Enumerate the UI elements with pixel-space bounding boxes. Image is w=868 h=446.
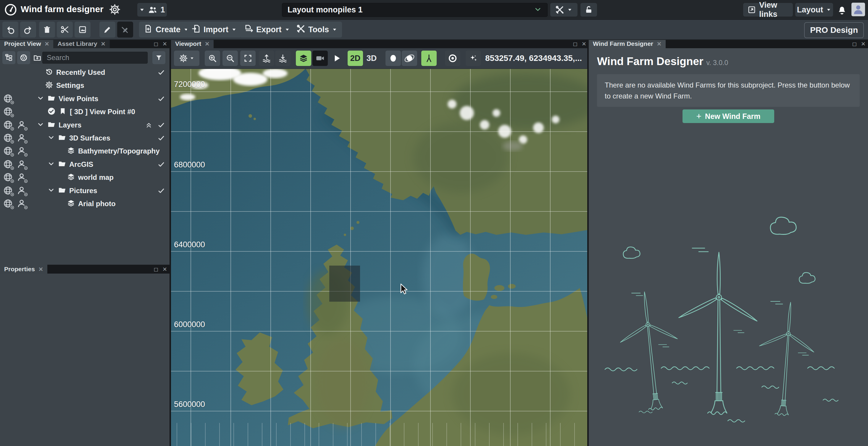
panel-divider[interactable] xyxy=(587,39,589,446)
record-button[interactable] xyxy=(445,51,460,66)
tree-item-settings[interactable]: Settings xyxy=(0,79,169,92)
tree-item-view-points[interactable]: View Points xyxy=(0,92,169,105)
collapse-all-icon[interactable] xyxy=(145,122,152,130)
chevron-down-icon[interactable] xyxy=(47,186,55,195)
globe-visibility-icon[interactable] xyxy=(3,146,13,156)
person-visibility-icon[interactable] xyxy=(17,198,27,209)
orbit-mode-button[interactable] xyxy=(402,51,417,66)
globe-visibility-icon[interactable] xyxy=(3,120,13,130)
play-button[interactable] xyxy=(329,51,344,66)
fit-view-button[interactable] xyxy=(240,51,256,66)
tree-item-world-map[interactable]: world map xyxy=(0,171,169,184)
new-wind-farm-button[interactable]: + New Wind Farm xyxy=(683,109,774,123)
chevron-down-icon[interactable] xyxy=(37,94,44,103)
zoom-out-button[interactable] xyxy=(222,51,238,66)
close-icon[interactable]: ✕ xyxy=(101,40,105,47)
globe-visibility-icon[interactable] xyxy=(3,93,13,104)
person-visibility-icon[interactable] xyxy=(17,172,27,183)
tree-item-3d-surfaces[interactable]: 3D Surfaces xyxy=(0,132,169,145)
screenshot-button[interactable] xyxy=(74,22,91,38)
layer-checked-icon[interactable] xyxy=(158,95,165,103)
tab-wind-farm-designer[interactable]: Wind Farm Designer ✕ xyxy=(589,39,665,48)
draw-tool-button-active[interactable] xyxy=(117,22,133,38)
close-icon[interactable]: ✕ xyxy=(657,40,661,47)
export-menu-button[interactable]: Export xyxy=(240,22,294,38)
person-visibility-icon[interactable] xyxy=(17,159,27,170)
globe-visibility-icon[interactable] xyxy=(3,106,13,117)
panel-divider[interactable] xyxy=(169,39,171,446)
person-visibility-icon[interactable] xyxy=(17,146,27,156)
zoom-in-button[interactable] xyxy=(205,51,220,66)
search-input[interactable] xyxy=(42,52,148,64)
redo-button[interactable] xyxy=(20,22,36,38)
tree-item-pictures[interactable]: Pictures xyxy=(0,184,169,197)
globe-visibility-icon[interactable] xyxy=(3,185,13,196)
tab-properties[interactable]: Properties ✕ xyxy=(0,265,47,274)
person-visibility-icon[interactable] xyxy=(17,133,27,144)
viewport-settings-button[interactable] xyxy=(174,51,199,66)
close-icon[interactable]: ✕ xyxy=(162,266,167,273)
sun-light-button[interactable] xyxy=(385,51,401,66)
globe-visibility-icon[interactable] xyxy=(3,172,13,183)
layer-checked-icon[interactable] xyxy=(158,161,165,169)
session-users-button[interactable]: 1 xyxy=(137,3,167,17)
close-icon[interactable]: ✕ xyxy=(861,40,866,47)
maximize-icon[interactable]: ◻ xyxy=(852,40,857,47)
tree-item-arial-photo[interactable]: Arial photo xyxy=(0,197,169,210)
north-arrow-button[interactable] xyxy=(421,51,437,66)
import-menu-button[interactable]: Import xyxy=(187,22,241,38)
layer-checked-icon[interactable] xyxy=(158,134,165,143)
tree-item-recently-used[interactable]: Recently Used xyxy=(0,66,169,79)
close-icon[interactable]: ✕ xyxy=(205,40,210,47)
tools-menu-button[interactable]: Tools xyxy=(292,22,342,38)
person-visibility-icon[interactable] xyxy=(17,185,27,196)
add-folder-button[interactable] xyxy=(31,51,44,64)
effects-sparkles-button[interactable] xyxy=(466,51,481,66)
notifications-bell-icon[interactable] xyxy=(836,4,848,17)
map-canvas[interactable]: 72000006800000640000060000005600000 xyxy=(171,69,589,446)
globe-visibility-icon[interactable] xyxy=(3,133,13,144)
maximize-icon[interactable]: ◻ xyxy=(154,266,158,273)
globe-visibility-icon[interactable] xyxy=(3,198,13,209)
tree-item-bathymetry-topography[interactable]: Bathymetry/Topography xyxy=(0,145,169,158)
measure-button[interactable] xyxy=(99,22,115,38)
undo-button[interactable] xyxy=(2,22,18,38)
app-settings-gear-icon[interactable] xyxy=(109,4,121,17)
tab-viewport[interactable]: Viewport ✕ xyxy=(171,39,214,48)
camera-button[interactable] xyxy=(312,51,328,66)
layout-tools-button[interactable] xyxy=(550,3,578,17)
maximize-icon[interactable]: ◻ xyxy=(573,40,578,47)
close-icon[interactable]: ✕ xyxy=(38,266,43,273)
tree-item-layers[interactable]: Layers xyxy=(0,119,169,132)
avatar[interactable] xyxy=(851,3,865,16)
mode-2d-button[interactable]: 2D xyxy=(348,51,363,66)
layers-toggle-button[interactable] xyxy=(296,51,311,66)
layer-checked-icon[interactable] xyxy=(158,69,165,77)
tree-item-arcgis[interactable]: ArcGIS xyxy=(0,158,169,171)
map-selection-area[interactable] xyxy=(329,265,360,302)
water-level-up-button[interactable] xyxy=(259,51,274,66)
layout-menu-button[interactable]: Layout xyxy=(795,3,833,17)
close-icon[interactable]: ✕ xyxy=(45,40,50,47)
tab-asset-library[interactable]: Asset Library ✕ xyxy=(53,39,110,48)
create-menu-button[interactable]: Create xyxy=(139,22,193,38)
cut-button[interactable] xyxy=(57,22,73,38)
chevron-down-icon[interactable] xyxy=(47,160,55,169)
tree-item-3d-view-point-0[interactable]: [ 3D ] View Point #0 xyxy=(0,105,169,118)
tab-project-view[interactable]: Project View ✕ xyxy=(0,39,53,48)
maximize-icon[interactable]: ◻ xyxy=(154,40,158,47)
hatched-circle-icon[interactable] xyxy=(17,51,30,64)
close-icon[interactable]: ✕ xyxy=(582,40,586,47)
person-visibility-icon[interactable] xyxy=(17,120,27,130)
layout-select[interactable]: Layout monopiles 1 xyxy=(282,3,548,17)
chevron-down-icon[interactable] xyxy=(37,121,44,130)
globe-visibility-icon[interactable] xyxy=(3,159,13,170)
view-links-button[interactable]: View links xyxy=(743,3,793,17)
filter-funnel-button[interactable] xyxy=(152,51,165,64)
water-level-down-button[interactable] xyxy=(275,51,290,66)
chevron-down-icon[interactable] xyxy=(47,134,55,142)
lock-button[interactable] xyxy=(581,3,597,17)
tree-view-icon[interactable] xyxy=(2,51,16,64)
mode-3d-button[interactable]: 3D xyxy=(364,51,379,66)
close-icon[interactable]: ✕ xyxy=(162,40,167,47)
